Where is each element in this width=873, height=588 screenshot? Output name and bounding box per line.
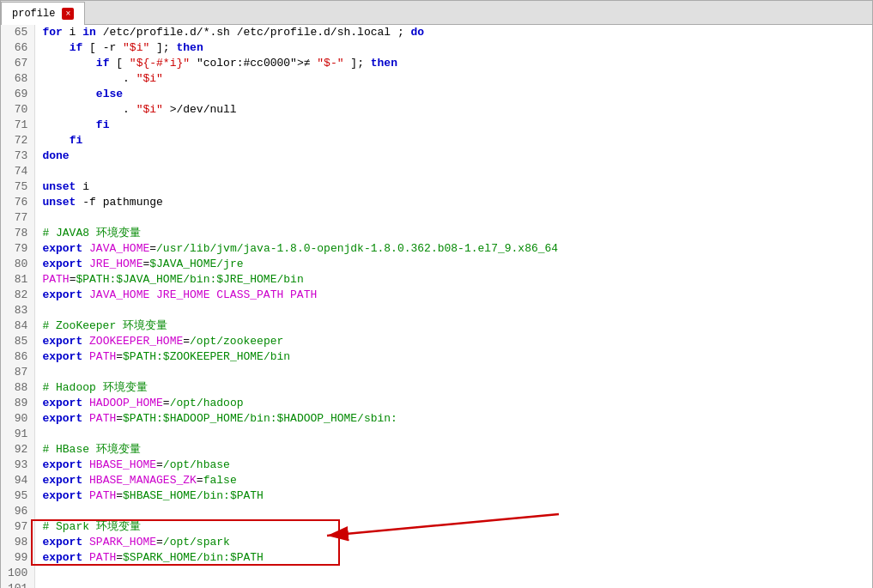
line-number: 95 (8, 488, 27, 504)
line-number: 100 (8, 566, 27, 581)
line-number: 98 (8, 535, 27, 550)
code-line: else (42, 87, 865, 102)
line-number: 93 (8, 458, 27, 473)
line-number: 66 (8, 40, 27, 56)
line-number: 89 (8, 396, 27, 411)
tab-profile[interactable]: profile × (1, 2, 85, 26)
code-line (42, 427, 865, 442)
line-number: 90 (8, 411, 27, 427)
code-line: export HBASE_MANAGES_ZK=false (42, 473, 865, 488)
code-line: export PATH=$SPARK_HOME/bin:$PATH (42, 550, 865, 566)
code-line: export HBASE_HOME=/opt/hbase (42, 458, 865, 473)
code-line: if [ -r "$i" ]; then (42, 40, 865, 56)
code-line: fi (42, 118, 865, 133)
line-number: 101 (8, 581, 27, 588)
code-line: fi (42, 133, 865, 149)
line-number: 94 (8, 473, 27, 488)
line-numbers: 6566676869707172737475767778798081828384… (1, 25, 35, 588)
tab-label: profile (12, 8, 55, 20)
code-line: export SPARK_HOME=/opt/spark (42, 535, 865, 550)
line-number: 99 (8, 550, 27, 566)
code-line: export JRE_HOME=$JAVA_HOME/jre (42, 257, 865, 272)
tab-bar: profile × (1, 1, 872, 25)
line-number: 78 (8, 226, 27, 241)
line-number: 86 (8, 349, 27, 365)
code-line: export PATH=$PATH:$HADOOP_HOME/bin:$HADO… (42, 411, 865, 427)
line-number: 76 (8, 195, 27, 210)
code-line (42, 581, 865, 588)
line-number: 65 (8, 25, 27, 40)
line-number: 88 (8, 380, 27, 396)
code-line: done (42, 149, 865, 164)
code-line: . "$i" >/dev/null (42, 102, 865, 118)
code-line: export HADOOP_HOME=/opt/hadoop (42, 396, 865, 411)
line-number: 80 (8, 257, 27, 272)
code-line: if [ "${-#*i}" "color:#cc0000">≠ "$-" ];… (42, 56, 865, 71)
line-number: 69 (8, 87, 27, 102)
code-line: unset -f pathmunge (42, 195, 865, 210)
line-number: 92 (8, 442, 27, 458)
line-number: 70 (8, 102, 27, 118)
code-line: export PATH=$PATH:$ZOOKEEPER_HOME/bin (42, 349, 865, 365)
code-line (42, 210, 865, 226)
code-area: 6566676869707172737475767778798081828384… (1, 25, 872, 588)
code-line: . "$i" (42, 71, 865, 87)
main-window: profile × 656667686970717273747576777879… (0, 0, 873, 588)
code-content[interactable]: for i in /etc/profile.d/*.sh /etc/profil… (35, 25, 872, 588)
line-number: 81 (8, 272, 27, 288)
tab-close-button[interactable]: × (62, 8, 74, 20)
code-line: export ZOOKEEPER_HOME=/opt/zookeeper (42, 334, 865, 349)
code-line: export PATH=$HBASE_HOME/bin:$PATH (42, 488, 865, 504)
line-number: 96 (8, 504, 27, 519)
line-number: 91 (8, 427, 27, 442)
line-number: 71 (8, 118, 27, 133)
code-line (42, 164, 865, 179)
code-line: # JAVA8 环境变量 (42, 226, 865, 241)
code-line: for i in /etc/profile.d/*.sh /etc/profil… (42, 25, 865, 40)
line-number: 83 (8, 303, 27, 318)
line-number: 87 (8, 365, 27, 380)
line-number: 73 (8, 149, 27, 164)
code-line (42, 303, 865, 318)
code-line: # Spark 环境变量 (42, 519, 865, 535)
code-line: # ZooKeeper 环境变量 (42, 318, 865, 334)
line-number: 85 (8, 334, 27, 349)
code-line (42, 365, 865, 380)
line-number: 84 (8, 318, 27, 334)
line-number: 67 (8, 56, 27, 71)
line-number: 97 (8, 519, 27, 535)
code-line: PATH=$PATH:$JAVA_HOME/bin:$JRE_HOME/bin (42, 272, 865, 288)
line-number: 74 (8, 164, 27, 179)
code-line: # HBase 环境变量 (42, 442, 865, 458)
line-number: 77 (8, 210, 27, 226)
code-line (42, 566, 865, 581)
code-line: # Hadoop 环境变量 (42, 380, 865, 396)
line-number: 68 (8, 71, 27, 87)
code-line: export JAVA_HOME JRE_HOME CLASS_PATH PAT… (42, 288, 865, 303)
line-number: 79 (8, 241, 27, 257)
line-number: 75 (8, 179, 27, 195)
line-number: 82 (8, 288, 27, 303)
line-number: 72 (8, 133, 27, 149)
code-line: unset i (42, 179, 865, 195)
code-line: export JAVA_HOME=/usr/lib/jvm/java-1.8.0… (42, 241, 865, 257)
code-line (42, 504, 865, 519)
